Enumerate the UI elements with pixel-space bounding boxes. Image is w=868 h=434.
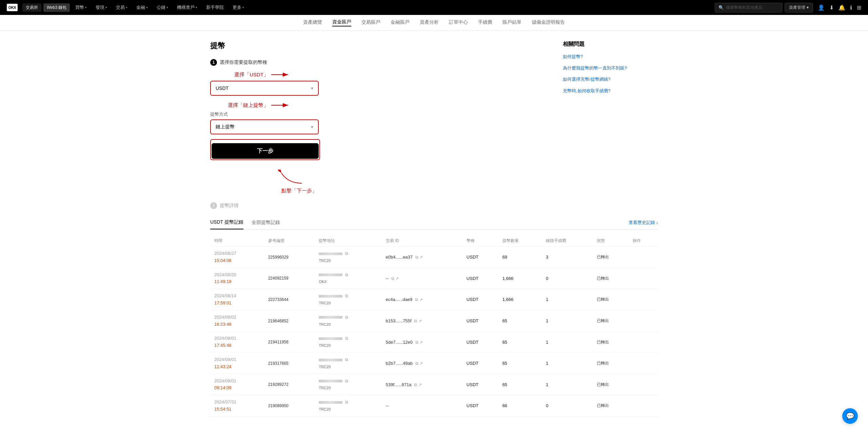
cell-txid-6: 539f......871a ⧉ ↗ xyxy=(382,374,462,395)
logo[interactable]: OKX xyxy=(7,4,18,11)
method-select[interactable]: 鏈上提幣 ▾ xyxy=(210,119,319,134)
nav-item-trade[interactable]: 交易 ▾ xyxy=(113,4,131,11)
faq-item-4[interactable]: 充幣時,如何收取手續費? xyxy=(563,88,658,94)
coin-select[interactable]: USDT ▾ xyxy=(210,81,319,96)
chat-button[interactable]: 💬 xyxy=(842,408,858,424)
tab-account-statement[interactable]: 賬戶結單 xyxy=(502,19,521,26)
tab-asset-analysis[interactable]: 資產分析 xyxy=(420,19,439,26)
faq-item-3[interactable]: 如何選擇充幣/提幣網絡? xyxy=(563,76,658,83)
web3-wallet-btn[interactable]: Web3 錢包 xyxy=(43,3,70,12)
copy-addr-icon-0[interactable]: ⧉ xyxy=(345,251,348,256)
copy-addr-icon-5[interactable]: ⧉ xyxy=(345,357,348,362)
info-icon[interactable]: ℹ xyxy=(850,4,852,11)
tab-order-center[interactable]: 訂單中心 xyxy=(449,19,468,26)
tab-trading-account[interactable]: 交易賬戶 xyxy=(361,19,380,26)
table-row: 2024/08/20 11:49:19 224092159 ⧉ OKX -- ⧉… xyxy=(210,268,658,289)
copy-addr-icon-6[interactable]: ⧉ xyxy=(345,379,348,383)
tab-all-records[interactable]: 全部提幣記錄 xyxy=(252,220,280,229)
external-link-icon[interactable]: ↗ xyxy=(418,382,422,387)
top-nav: OKX 交易所 Web3 錢包 買幣 ▾ 發現 ▾ 交易 ▾ 金融 ▾ 公鏈 ▾… xyxy=(0,0,868,15)
copy-addr-icon-2[interactable]: ⧉ xyxy=(345,294,348,298)
click-annotation-text: 點擊「下一步」 xyxy=(281,188,317,194)
cell-time-7: 2024/07/31 15:54:51 xyxy=(210,395,264,417)
chevron-down-icon: ▾ xyxy=(166,6,168,9)
table-row: 2024/08/01 09:14:09 219289272 ⧉ TRC20 53… xyxy=(210,374,658,395)
col-action: 操作 xyxy=(629,235,658,247)
copy-txid-icon-6[interactable]: ⧉ xyxy=(414,382,417,387)
cell-amount-2: 1,666 xyxy=(498,289,542,310)
tab-reserve-report[interactable]: 儲備金證明報告 xyxy=(532,19,565,26)
copy-addr-icon-7[interactable]: ⧉ xyxy=(345,400,348,404)
nav-item-academy[interactable]: 新手學院 xyxy=(203,4,227,11)
nav-item-discover[interactable]: 發現 ▾ xyxy=(92,4,111,11)
external-link-icon[interactable]: ↗ xyxy=(419,340,423,345)
external-link-icon[interactable]: ↗ xyxy=(419,361,423,366)
cell-status-6: 已轉出 xyxy=(593,374,629,395)
next-button[interactable]: 下一步 xyxy=(212,143,319,159)
view-history-link[interactable]: 查看歷史記錄 › xyxy=(629,220,658,229)
method-select-group: 提幣方式 鏈上提幣 ▾ xyxy=(210,111,549,134)
cell-amount-4: 65 xyxy=(498,332,542,353)
cell-fee-6: 1 xyxy=(542,374,593,395)
nav-item-buy[interactable]: 買幣 ▾ xyxy=(72,4,90,11)
faq-item-1[interactable]: 如何提幣? xyxy=(563,53,658,60)
copy-txid-icon-2[interactable]: ⧉ xyxy=(415,297,418,302)
grid-icon[interactable]: ⊞ xyxy=(857,4,861,11)
user-icon[interactable]: 👤 xyxy=(818,4,825,11)
cell-addr-1: ⧉ OKX xyxy=(315,268,381,289)
tab-finance-account[interactable]: 金融賬戶 xyxy=(391,19,410,26)
external-link-icon[interactable]: ↗ xyxy=(418,319,422,323)
step2-number: 2 xyxy=(210,202,217,209)
tab-asset-overview[interactable]: 資產總覽 xyxy=(303,19,322,26)
nav-item-institution[interactable]: 機構查戶 ▾ xyxy=(174,4,201,11)
copy-addr-icon-1[interactable]: ⧉ xyxy=(345,272,348,277)
cell-ref-5: 219317665 xyxy=(264,353,315,374)
cell-ref-6: 219289272 xyxy=(264,374,315,395)
nav-item-more[interactable]: 更多 ▾ xyxy=(229,4,248,11)
table-row: 2024/07/31 15:54:51 219089950 ⧉ TRC20 --… xyxy=(210,395,658,417)
copy-addr-icon-4[interactable]: ⧉ xyxy=(345,336,348,341)
cell-ref-4: 219411958 xyxy=(264,332,315,353)
faq-item-2[interactable]: 為什麼我提幣的幣一直到不到賬? xyxy=(563,65,658,72)
step1-number: 1 xyxy=(210,59,217,66)
cell-ref-3: 219646852 xyxy=(264,310,315,332)
copy-txid-icon-3[interactable]: ⧉ xyxy=(414,319,417,323)
col-ref: 參考編號 xyxy=(264,235,315,247)
copy-txid-icon-0[interactable]: ⧉ xyxy=(415,255,418,260)
bell-icon[interactable]: 🔔 xyxy=(839,4,845,11)
copy-txid-icon-4[interactable]: ⧉ xyxy=(415,340,418,345)
copy-txid-icon-5[interactable]: ⧉ xyxy=(415,361,418,366)
step2-label: 2 提幣詳情 xyxy=(210,202,549,209)
chat-icon: 💬 xyxy=(846,412,854,420)
cell-time-4: 2024/08/01 17:45:48 xyxy=(210,332,264,353)
exchange-btn[interactable]: 交易所 xyxy=(22,3,41,12)
external-link-icon[interactable]: ↗ xyxy=(419,297,423,302)
records-section: USDT 提幣記錄 全部提幣記錄 查看歷史記錄 › 時間 參考編號 提幣地址 交… xyxy=(197,219,671,430)
col-txid: 交易 ID xyxy=(382,235,462,247)
nav-item-finance[interactable]: 金融 ▾ xyxy=(133,4,151,11)
download-icon[interactable]: ⬇ xyxy=(829,4,834,11)
coin-select-group: USDT ▾ xyxy=(210,81,549,96)
copy-addr-icon-3[interactable]: ⧉ xyxy=(345,315,348,320)
cell-coin-7: USDT xyxy=(462,395,498,417)
cell-txid-5: b2b7......49ab ⧉ ↗ xyxy=(382,353,462,374)
click-annotation-area: 點擊「下一步」 xyxy=(210,170,549,194)
tab-usdt-records[interactable]: USDT 提幣記錄 xyxy=(210,219,243,229)
copy-txid-icon-1[interactable]: ⧉ xyxy=(391,276,394,281)
cell-action-3 xyxy=(629,310,658,332)
external-link-icon[interactable]: ↗ xyxy=(395,276,399,281)
tab-fund-account[interactable]: 資金賬戶 xyxy=(332,19,351,26)
nav-item-chain[interactable]: 公鏈 ▾ xyxy=(153,4,172,11)
asset-management-button[interactable]: 資產管理 ▾ xyxy=(785,3,813,13)
annotation-usdt: 選擇「USDT」 xyxy=(210,71,549,79)
cell-time-0: 2024/08/27 15:04:08 xyxy=(210,247,264,268)
search-input[interactable]: 🔍 搜索幣種和其他產品 xyxy=(715,3,783,13)
table-row: 2024/08/01 11:43:24 219317665 ⧉ TRC20 b2… xyxy=(210,353,658,374)
cell-action-5 xyxy=(629,353,658,374)
cell-txid-1: -- ⧉ ↗ xyxy=(382,268,462,289)
cell-status-0: 已轉出 xyxy=(593,247,629,268)
cell-coin-4: USDT xyxy=(462,332,498,353)
sub-nav: 資產總覽 資金賬戶 交易賬戶 金融賬戶 資產分析 訂單中心 手續費 賬戶結單 儲… xyxy=(0,15,868,31)
external-link-icon[interactable]: ↗ xyxy=(419,255,423,260)
tab-fee[interactable]: 手續費 xyxy=(478,19,492,26)
